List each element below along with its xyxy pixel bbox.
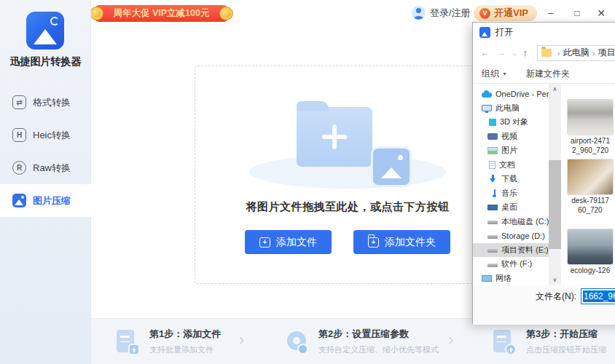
tree-item-pictures[interactable]: 图片	[473, 143, 549, 158]
file-item-airport[interactable]: airport-2471 2_960_720	[568, 100, 613, 155]
sidebar-item-heic-convert[interactable]: H Heic转换	[0, 119, 91, 151]
filename-input[interactable]: 1662_960	[581, 288, 615, 304]
app-logo-icon	[26, 12, 64, 50]
step-3: 第3步：开始压缩 点击压缩按钮开始压缩	[492, 328, 606, 355]
file-name-line: ecology-126	[568, 266, 613, 276]
recent-locations-icon[interactable]: ⌄	[512, 50, 518, 57]
convert-icon: ⇄	[12, 95, 26, 109]
forward-arrow-icon[interactable]: →	[496, 47, 506, 58]
dropzone-illustration	[267, 104, 428, 186]
tree-item-videos[interactable]: 视频	[473, 130, 549, 144]
folder-icon	[541, 49, 552, 57]
add-files-button[interactable]: + 添加文件	[245, 230, 332, 254]
dropzone-hint: 将图片文件拖拽至此处，或点击下方按钮	[195, 200, 500, 214]
open-vip-button[interactable]: V 开通VIP	[474, 5, 537, 21]
breadcrumb-this-pc[interactable]: 此电脑	[563, 47, 589, 59]
new-folder-button[interactable]: 新建文件夹	[526, 68, 570, 80]
back-arrow-icon[interactable]: ←	[480, 47, 490, 58]
tree-scrollbar[interactable]: ∧ ∨	[549, 84, 561, 285]
compress-step-icon	[492, 328, 517, 355]
picture-icon	[487, 147, 498, 154]
add-files-step-icon	[115, 328, 140, 355]
dialog-titlebar[interactable]: 打开	[473, 23, 615, 41]
promo-text: 周年大促 VIP立减100元	[114, 7, 210, 20]
cloud-icon	[482, 92, 492, 98]
tree-item-f-drive[interactable]: 软件 (F:)	[473, 257, 549, 272]
chevron-right-icon: ›	[239, 331, 244, 349]
cube-icon	[489, 119, 496, 126]
step-2: 第2步：设置压缩参数 支持自定义压缩、缩小优先等模式	[284, 328, 439, 355]
coin-icon	[219, 7, 233, 20]
step-2-subtitle: 支持自定义压缩、缩小优先等模式	[318, 344, 439, 355]
tree-item-music[interactable]: 音乐	[473, 186, 549, 201]
dialog-footer: 文件名(N): 1662_960	[473, 285, 615, 325]
vip-badge-icon: V	[479, 8, 490, 19]
app-window: 迅捷图片转换器 ⇄ 格式转换 H Heic转换 R Raw转换 图片压缩	[0, 0, 615, 364]
dropzone-buttons: + 添加文件 + 添加文件夹	[195, 230, 500, 254]
coin-icon	[90, 7, 103, 20]
file-plus-icon: +	[259, 237, 270, 248]
organize-button[interactable]: 组织	[482, 68, 499, 80]
sidebar-item-raw-convert[interactable]: R Raw转换	[0, 151, 91, 184]
image-card-icon	[371, 146, 412, 187]
dialog-toolbar: 组织 ▼ 新建文件夹	[473, 64, 615, 84]
open-file-dialog: 打开 ← → ⌄ ↑ › 此电脑 › 项目资料 组织 ▼ 新建文件夹 OneDr…	[472, 22, 615, 324]
maximize-button[interactable]: □	[568, 4, 586, 22]
file-thumbnail	[568, 229, 613, 264]
scrollbar-thumb[interactable]	[549, 160, 561, 249]
music-note-icon	[487, 189, 498, 197]
tree-item-3d-objects[interactable]: 3D 对象	[473, 115, 549, 130]
chevron-right-icon: ›	[448, 331, 453, 349]
drive-icon	[487, 235, 498, 239]
tree-item-e-drive[interactable]: 项目资料 (E:)	[473, 243, 549, 258]
tree-item-d-drive[interactable]: Storage (D:)	[473, 229, 549, 243]
add-files-label: 添加文件	[276, 236, 317, 249]
heic-icon: H	[12, 128, 26, 142]
scroll-down-icon[interactable]: ∨	[549, 274, 561, 285]
tree-item-downloads[interactable]: 下载	[473, 172, 549, 186]
close-button[interactable]: ✕	[592, 4, 610, 22]
file-name-line: desk-79117	[568, 197, 613, 206]
breadcrumb-drive[interactable]: 项目资料	[598, 47, 615, 59]
file-name-line: 60_720	[568, 206, 613, 215]
step-1: 第1步：添加文件 支持批量添加文件	[115, 328, 221, 355]
add-folder-label: 添加文件夹	[385, 236, 436, 249]
minimize-button[interactable]: −	[541, 4, 559, 22]
file-item-desk[interactable]: desk-79117 60_720	[568, 159, 613, 215]
network-icon	[482, 275, 492, 282]
promo-banner[interactable]: 周年大促 VIP立减100元	[95, 5, 228, 22]
dropzone[interactable]: 将图片文件拖拽至此处，或点击下方按钮 + 添加文件 + 添加文件夹	[195, 66, 501, 284]
scroll-up-icon[interactable]: ∧	[549, 84, 561, 94]
add-folder-button[interactable]: + 添加文件夹	[353, 230, 450, 254]
sidebar-item-format-convert[interactable]: ⇄ 格式转换	[0, 86, 91, 119]
up-arrow-icon[interactable]: ↑	[523, 47, 528, 58]
file-item-ecology[interactable]: ecology-126	[568, 229, 613, 276]
tree-item-documents[interactable]: 文档	[473, 158, 549, 173]
tree-item-onedrive[interactable]: OneDrive - Pers	[473, 87, 549, 101]
tree-item-this-pc[interactable]: 此电脑	[473, 101, 549, 116]
dropdown-caret-icon: ▼	[502, 71, 507, 76]
file-name-line: airport-2471	[568, 137, 613, 146]
tree-item-network[interactable]: 网络	[473, 272, 549, 285]
step-1-subtitle: 支持批量添加文件	[149, 344, 221, 355]
compress-icon	[12, 194, 26, 207]
tree-item-desktop[interactable]: 桌面	[473, 200, 549, 215]
avatar-icon	[412, 6, 426, 20]
sidebar-item-image-compress[interactable]: 图片压缩	[0, 184, 91, 217]
drive-icon	[487, 249, 498, 253]
breadcrumb[interactable]: › 此电脑 › 项目资料	[537, 45, 615, 61]
file-list: airport-2471 2_960_720 desk-79117 60_720…	[561, 84, 615, 285]
filename-label: 文件名(N):	[536, 288, 576, 304]
download-arrow-icon	[487, 175, 498, 183]
login-register[interactable]: 登录/注册	[412, 6, 471, 20]
dialog-body: OneDrive - Pers 此电脑 3D 对象 视频 图片 文档 下载 音乐…	[473, 84, 615, 285]
drive-icon	[487, 264, 498, 267]
desktop-icon	[487, 205, 498, 210]
vip-label: 开通VIP	[494, 7, 528, 20]
file-name-line: 2_960_720	[568, 146, 613, 156]
step-3-subtitle: 点击压缩按钮开始压缩	[526, 344, 606, 355]
file-thumbnail	[568, 159, 613, 194]
computer-icon	[482, 105, 492, 111]
sidebar-item-label: 图片压缩	[33, 194, 71, 207]
tree-item-c-drive[interactable]: 本地磁盘 (C:)	[473, 215, 549, 229]
